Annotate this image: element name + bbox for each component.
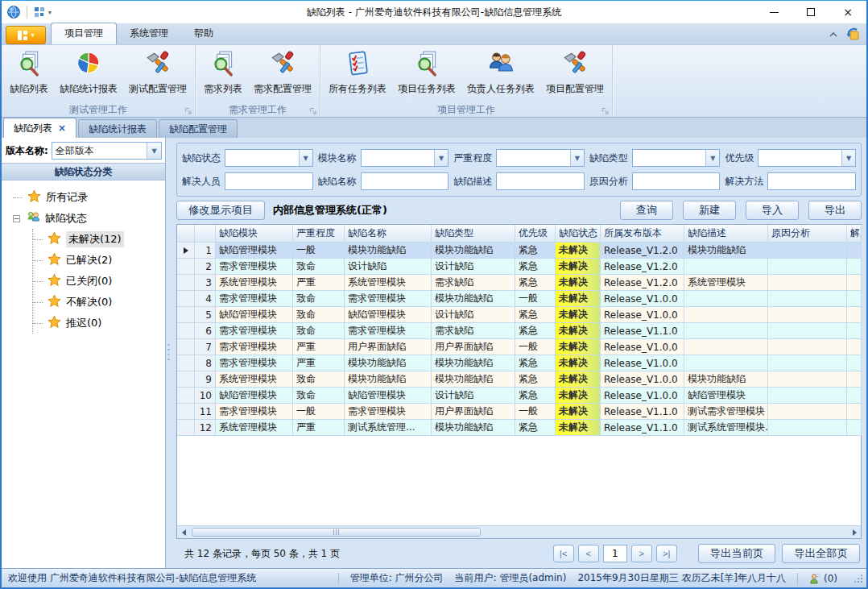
grid-column-header[interactable]: 优先级 <box>515 225 556 243</box>
ribbon-button[interactable]: 项目任务列表 <box>393 48 461 97</box>
module-name-combo[interactable]: ▼ <box>361 149 449 167</box>
ribbon-group: 缺陷列表缺陷统计报表测试配置管理测试管理工作 <box>2 45 196 117</box>
table-row[interactable]: 8需求管理模块严重模块功能缺陷模块功能缺陷紧急未解决Release_V1.0.0 <box>177 355 861 371</box>
table-row[interactable]: 10缺陷管理模块致命缺陷管理模块设计缺陷紧急未解决Release_V1.0.0缺… <box>177 388 861 404</box>
table-row[interactable]: 5缺陷管理模块致命缺陷管理模块设计缺陷紧急未解决Release_V1.0.0 <box>177 307 861 323</box>
scroll-right-icon[interactable] <box>848 526 861 538</box>
scroll-left-icon[interactable] <box>177 526 190 538</box>
ribbon-collapse-chevron-up-icon[interactable] <box>829 31 838 38</box>
table-row[interactable]: 1缺陷管理模块一般模块功能缺陷模块功能缺陷紧急未解决Release_V1.2.0… <box>177 243 861 259</box>
ribbon-tab[interactable]: 系统管理 <box>117 23 181 44</box>
grid-cell <box>847 339 862 355</box>
priority-combo[interactable]: ▼ <box>758 149 856 167</box>
chevron-down-icon[interactable]: ▼ <box>147 143 161 159</box>
document-tab[interactable]: 缺陷统计报表 <box>78 119 157 138</box>
close-tab-icon[interactable]: × <box>58 122 66 134</box>
ribbon-button[interactable]: 需求配置管理 <box>249 48 316 97</box>
style-switcher-icon[interactable] <box>846 27 860 41</box>
grid-column-header[interactable]: 原因分析 <box>768 225 847 243</box>
severity-combo[interactable]: ▼ <box>496 149 585 167</box>
ribbon-button[interactable]: 缺陷统计报表 <box>55 48 122 97</box>
tree-item[interactable]: 所有记录 <box>13 187 165 208</box>
prev-page-button[interactable]: < <box>578 545 599 562</box>
page-number-input[interactable] <box>603 545 627 562</box>
table-row[interactable]: 3系统管理模块严重系统管理模块需求缺陷紧急未解决Release_V1.2.0系统… <box>177 275 861 291</box>
dialog-launcher-icon[interactable] <box>184 106 192 114</box>
last-page-button[interactable]: >| <box>656 545 677 562</box>
tree-item[interactable]: 已关闭(0) <box>33 271 165 292</box>
defect-desc-input[interactable] <box>496 172 585 190</box>
document-tab[interactable]: 缺陷配置管理 <box>159 119 238 138</box>
scrollbar-thumb[interactable] <box>192 528 481 537</box>
ribbon-button[interactable]: 负责人任务列表 <box>462 48 539 97</box>
export-all-pages-button[interactable]: 导出全部页 <box>782 544 860 563</box>
create-button[interactable]: 新建 <box>683 201 736 220</box>
horizontal-scrollbar[interactable] <box>177 525 861 538</box>
ribbon-button[interactable]: 缺陷列表 <box>5 48 53 97</box>
grid-column-header[interactable]: 解决方法 <box>847 225 862 243</box>
dialog-launcher-icon[interactable] <box>601 106 610 114</box>
ribbon-button[interactable]: 所有任务列表 <box>324 48 391 97</box>
defect-status-combo[interactable]: ▼ <box>225 149 313 167</box>
ribbon-button[interactable]: 需求列表 <box>199 48 247 97</box>
ribbon-button[interactable]: 测试配置管理 <box>124 48 192 97</box>
tree-item[interactable]: −缺陷状态 <box>13 208 165 229</box>
tree-item[interactable]: 已解决(2) <box>33 250 165 271</box>
tree-item[interactable]: 未解决(12) <box>33 229 165 250</box>
chevron-down-icon[interactable]: ▼ <box>705 150 719 166</box>
grid-column-header[interactable]: 缺陷名称 <box>345 225 432 243</box>
quick-access-layout-icon[interactable] <box>33 6 46 19</box>
grid-column-header[interactable]: 缺陷类型 <box>432 225 515 243</box>
dialog-launcher-icon[interactable] <box>309 106 317 114</box>
chevron-down-icon[interactable]: ▼ <box>434 150 448 166</box>
resolver-input[interactable] <box>225 172 313 190</box>
version-combo[interactable]: 全部版本 ▼ <box>52 142 162 160</box>
table-row[interactable]: 2需求管理模块致命设计缺陷设计缺陷紧急未解决Release_V1.2.0 <box>177 259 861 275</box>
splitter-handle[interactable] <box>166 138 172 568</box>
solution-input[interactable] <box>767 172 856 190</box>
tree-item[interactable]: 推迟(0) <box>33 313 165 334</box>
maximize-button[interactable] <box>792 1 829 23</box>
ribbon-button[interactable]: 项目配置管理 <box>541 48 609 97</box>
ribbon-tab[interactable]: 帮助 <box>181 23 226 44</box>
minimize-button[interactable] <box>755 1 792 23</box>
next-page-button[interactable]: > <box>631 545 652 562</box>
grid-column-header[interactable]: 严重程度 <box>293 225 345 243</box>
grid-column-header[interactable]: 缺陷描述 <box>684 225 768 243</box>
grid-cell: 需求管理模块 <box>345 404 432 420</box>
tree-item[interactable]: 不解决(0) <box>33 292 165 313</box>
grid-column-header[interactable]: 缺陷模块 <box>216 225 293 243</box>
search-button[interactable]: 查询 <box>620 201 673 220</box>
row-number-cell: 5 <box>195 307 216 323</box>
close-button[interactable]: × <box>829 1 866 23</box>
export-button[interactable]: 导出 <box>808 201 862 220</box>
table-row[interactable]: 6需求管理模块致命需求管理模块需求缺陷紧急未解决Release_V1.1.0 <box>177 323 861 339</box>
grid-cell: 致命 <box>293 259 345 275</box>
grid-column-header[interactable]: 缺陷状态 <box>556 225 601 243</box>
document-tab[interactable]: 缺陷列表× <box>3 118 76 138</box>
chevron-down-icon[interactable]: ▼ <box>841 150 855 166</box>
table-row[interactable]: 9系统管理模块致命模块功能缺陷模块功能缺陷紧急未解决Release_V1.0.0… <box>177 371 861 388</box>
table-row[interactable]: 7需求管理模块严重用户界面缺陷用户界面缺陷一般未解决Release_V1.0.0 <box>177 339 861 355</box>
table-row[interactable]: 11需求管理模块一般需求管理模块用户界面缺陷一般未解决Release_V1.1.… <box>177 404 861 420</box>
grid-cell: 紧急 <box>515 355 556 371</box>
table-row[interactable]: 12系统管理模块严重测试系统管理...模块功能缺陷紧急未解决Release_V1… <box>177 420 861 436</box>
first-page-button[interactable]: |< <box>553 545 574 562</box>
grid-column-header[interactable]: 所属发布版本 <box>601 225 684 243</box>
cause-analysis-input[interactable] <box>632 172 721 190</box>
import-button[interactable]: 导入 <box>746 201 799 220</box>
defect-name-input[interactable] <box>361 172 449 190</box>
quick-access-caret-icon[interactable]: ▾ <box>48 9 52 16</box>
modify-columns-button[interactable]: 修改显示项目 <box>176 201 265 220</box>
chevron-down-icon[interactable]: ▼ <box>299 150 312 166</box>
scrollbar-track[interactable] <box>190 526 848 538</box>
export-current-page-button[interactable]: 导出当前页 <box>698 544 776 563</box>
table-row[interactable]: 4需求管理模块致命需求管理模块模块功能缺陷一般未解决Release_V1.0.0 <box>177 291 861 307</box>
chevron-down-icon[interactable]: ▼ <box>570 150 584 166</box>
defect-type-combo[interactable]: ▼ <box>632 149 721 167</box>
resize-grip-icon[interactable] <box>854 574 863 583</box>
sidebar: 版本名称: 全部版本 ▼ 缺陷状态分类 所有记录−缺陷状态未解决(12)已解决(… <box>2 138 166 568</box>
ribbon-tab[interactable]: 项目管理 <box>51 23 117 44</box>
tree-expand-icon[interactable]: − <box>13 215 20 222</box>
app-menu-button[interactable]: ▾ <box>6 26 46 44</box>
